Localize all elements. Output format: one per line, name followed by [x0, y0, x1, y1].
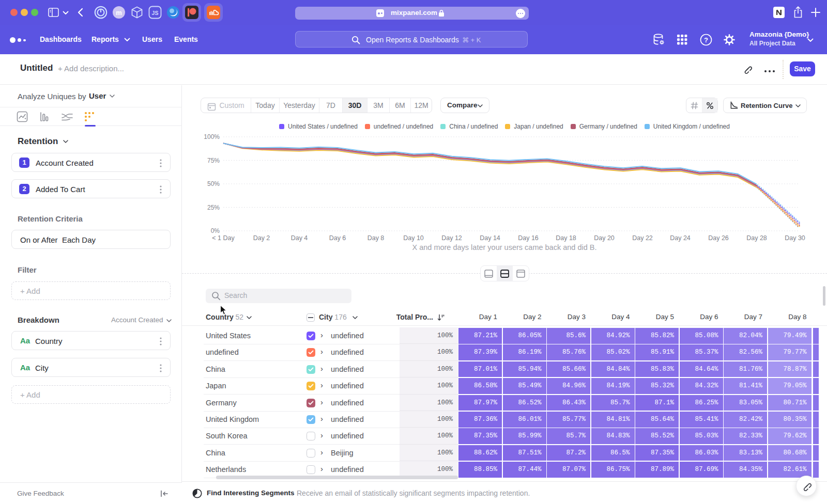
svg-text:JS: JS: [152, 10, 159, 16]
svg-text:m: m: [116, 9, 122, 17]
svg-text:?: ?: [704, 36, 708, 44]
